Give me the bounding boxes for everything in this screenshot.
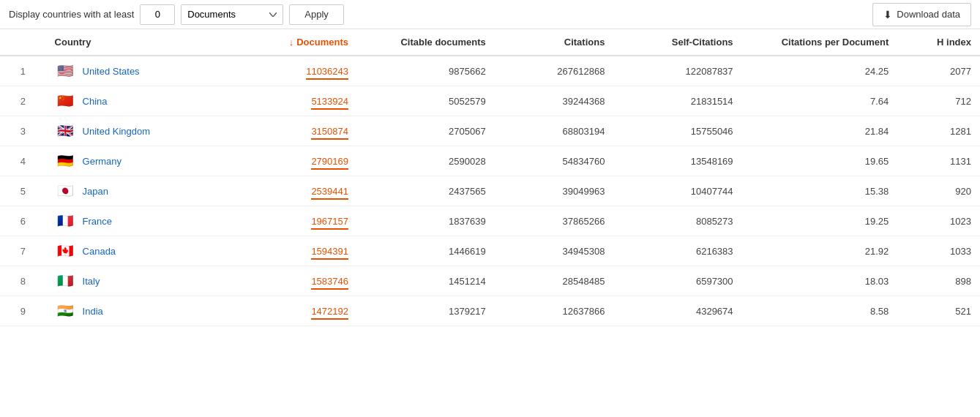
h-index-cell: 1033 <box>897 236 980 266</box>
doc-value: 2790169 <box>311 156 348 167</box>
documents-cell: 2790169 <box>229 146 357 176</box>
citable-cell: 1379217 <box>357 296 495 326</box>
metric-select[interactable]: Documents Citations H index <box>181 4 283 25</box>
country-flag: 🇺🇸 <box>55 64 75 78</box>
country-link[interactable]: Japan <box>83 186 108 197</box>
table-row: 5 🇯🇵 Japan 2539441 2437565 39049963 1040… <box>0 176 980 206</box>
country-link[interactable]: Italy <box>83 276 100 287</box>
doc-value: 2539441 <box>311 186 348 197</box>
documents-cell: 1594391 <box>229 236 357 266</box>
table-header-row: Country ↓Documents Citable documents Cit… <box>0 29 980 56</box>
country-flag: 🇮🇳 <box>55 304 75 318</box>
doc-value: 11036243 <box>306 66 348 77</box>
country-link[interactable]: Germany <box>83 156 121 167</box>
cpd-cell: 15.38 <box>742 176 898 206</box>
country-cell: 🇨🇦 Canada <box>46 236 229 266</box>
country-flag: 🇮🇹 <box>55 274 75 288</box>
cpd-cell: 19.25 <box>742 206 898 236</box>
country-cell: 🇫🇷 France <box>46 206 229 236</box>
country-flag: 🇨🇳 <box>55 94 75 108</box>
country-cell: 🇯🇵 Japan <box>46 176 229 206</box>
rank-cell: 5 <box>0 176 46 206</box>
apply-button[interactable]: Apply <box>289 4 344 25</box>
country-cell: 🇩🇪 Germany <box>46 146 229 176</box>
table-body: 1 🇺🇸 United States 11036243 9875662 2676… <box>0 56 980 326</box>
country-cell: 🇮🇳 India <box>46 296 229 326</box>
country-cell: 🇮🇹 Italy <box>46 266 229 296</box>
country-header: Country <box>46 29 229 56</box>
table-row: 1 🇺🇸 United States 11036243 9875662 2676… <box>0 56 980 86</box>
citable-cell: 2590028 <box>357 146 495 176</box>
top-bar: Display countries with at least Document… <box>0 0 980 29</box>
country-link[interactable]: United States <box>83 66 140 77</box>
h-index-cell: 1281 <box>897 116 980 146</box>
download-label: Download data <box>897 9 960 20</box>
cpd-cell: 7.64 <box>742 86 898 116</box>
documents-cell: 3150874 <box>229 116 357 146</box>
citable-cell: 1837639 <box>357 206 495 236</box>
documents-cell: 11036243 <box>229 56 357 86</box>
rank-cell: 1 <box>0 56 46 86</box>
table-row: 7 🇨🇦 Canada 1594391 1446619 34945308 621… <box>0 236 980 266</box>
citable-header: Citable documents <box>357 29 495 56</box>
countries-table: Country ↓Documents Citable documents Cit… <box>0 29 980 326</box>
table-row: 2 🇨🇳 China 5133924 5052579 39244368 2183… <box>0 86 980 116</box>
self-citations-cell: 8085273 <box>613 206 741 236</box>
country-flag: 🇯🇵 <box>55 184 75 198</box>
country-link[interactable]: Canada <box>83 246 116 257</box>
cpd-cell: 19.65 <box>742 146 898 176</box>
country-link[interactable]: China <box>83 96 108 107</box>
rank-cell: 7 <box>0 236 46 266</box>
min-count-input[interactable] <box>140 4 175 25</box>
country-link[interactable]: India <box>83 306 103 317</box>
doc-value: 5133924 <box>311 96 348 107</box>
self-citations-cell: 4329674 <box>613 296 741 326</box>
h-index-cell: 712 <box>897 86 980 116</box>
country-cell: 🇺🇸 United States <box>46 56 229 86</box>
rank-cell: 3 <box>0 116 46 146</box>
documents-cell: 2539441 <box>229 176 357 206</box>
h-index-cell: 1023 <box>897 206 980 236</box>
cpd-cell: 21.92 <box>742 236 898 266</box>
download-button[interactable]: ⬇ Download data <box>872 3 971 26</box>
country-flag: 🇬🇧 <box>55 124 75 138</box>
documents-header[interactable]: ↓Documents <box>229 29 357 56</box>
table-row: 8 🇮🇹 Italy 1583746 1451214 28548485 6597… <box>0 266 980 296</box>
sort-arrow-icon: ↓ <box>289 37 294 48</box>
citations-cell: 68803194 <box>495 116 614 146</box>
table-container: Country ↓Documents Citable documents Cit… <box>0 29 980 417</box>
country-flag: 🇫🇷 <box>55 214 75 228</box>
doc-value: 1594391 <box>311 246 348 257</box>
table-row: 9 🇮🇳 India 1472192 1379217 12637866 4329… <box>0 296 980 326</box>
country-cell: 🇬🇧 United Kingdom <box>46 116 229 146</box>
rank-cell: 8 <box>0 266 46 296</box>
citations-cell: 39049963 <box>495 176 614 206</box>
citable-cell: 2437565 <box>357 176 495 206</box>
table-row: 3 🇬🇧 United Kingdom 3150874 2705067 6880… <box>0 116 980 146</box>
h-index-header: H index <box>897 29 980 56</box>
country-link[interactable]: France <box>83 216 112 227</box>
documents-cell: 1472192 <box>229 296 357 326</box>
h-index-cell: 1131 <box>897 146 980 176</box>
documents-cell: 1967157 <box>229 206 357 236</box>
rank-cell: 6 <box>0 206 46 236</box>
self-citations-cell: 6216383 <box>613 236 741 266</box>
table-row: 4 🇩🇪 Germany 2790169 2590028 54834760 13… <box>0 146 980 176</box>
display-label: Display countries with at least <box>9 9 134 20</box>
citable-cell: 9875662 <box>357 56 495 86</box>
citations-cell: 54834760 <box>495 146 614 176</box>
citations-cell: 37865266 <box>495 206 614 236</box>
rank-cell: 9 <box>0 296 46 326</box>
doc-value: 3150874 <box>311 126 348 137</box>
doc-value: 1472192 <box>311 306 348 317</box>
country-link[interactable]: United Kingdom <box>83 126 151 137</box>
h-index-cell: 521 <box>897 296 980 326</box>
self-citations-header: Self-Citations <box>613 29 741 56</box>
rank-cell: 4 <box>0 146 46 176</box>
citable-cell: 1446619 <box>357 236 495 266</box>
cpd-cell: 18.03 <box>742 266 898 296</box>
cpd-header: Citations per Document <box>742 29 898 56</box>
table-row: 6 🇫🇷 France 1967157 1837639 37865266 808… <box>0 206 980 236</box>
h-index-cell: 2077 <box>897 56 980 86</box>
rank-header <box>0 29 46 56</box>
